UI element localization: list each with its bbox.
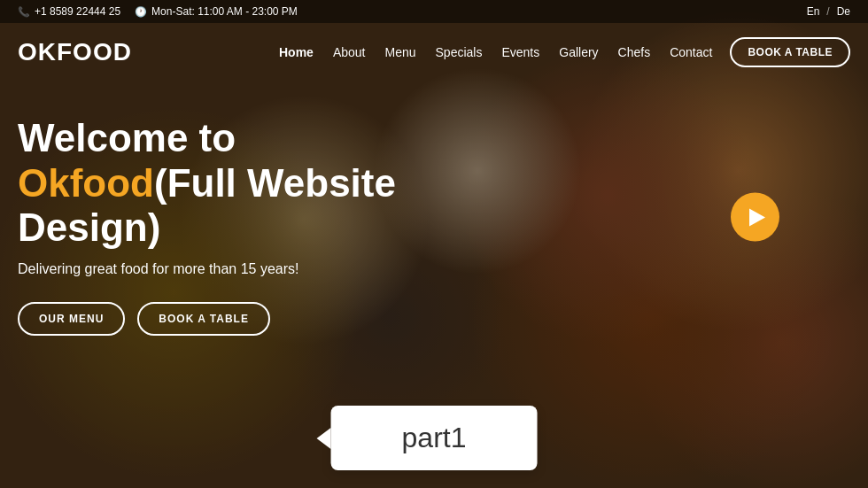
nav-link-menu[interactable]: Menu [384,45,415,59]
nav-item-events[interactable]: Events [501,44,539,60]
nav-link-contact[interactable]: Contact [670,45,712,59]
hero-title-prefix: Welcome to [18,116,236,159]
business-hours: Mon-Sat: 11:00 AM - 23:00 PM [151,5,298,18]
nav-item-gallery[interactable]: Gallery [559,44,598,60]
play-video-button[interactable] [731,193,779,242]
nav-item-chefs[interactable]: Chefs [618,44,651,60]
nav-link-about[interactable]: About [333,45,366,59]
navbar: OKFOOD Home About Menu Specials Events G… [0,23,868,81]
lang-current[interactable]: En [807,5,820,18]
hero-content: Welcome to Okfood(Full Website Design) D… [0,81,461,336]
lang-other[interactable]: De [837,5,850,18]
nav-links: Home About Menu Specials Events Gallery … [279,44,712,60]
nav-link-events[interactable]: Events [501,45,539,59]
navbar-book-button[interactable]: BOOK A TABLE [730,37,850,67]
nav-item-about[interactable]: About [333,44,366,60]
part-label: part1 [331,406,538,470]
top-bar: 📞 +1 8589 22444 25 🕐 Mon-Sat: 11:00 AM -… [0,0,868,23]
nav-link-gallery[interactable]: Gallery [559,45,598,59]
nav-link-chefs[interactable]: Chefs [618,45,651,59]
nav-link-home[interactable]: Home [279,45,314,59]
phone-icon: 📞 [18,6,30,18]
hero-buttons: OUR MENU BOOK A TABLE [18,302,443,336]
nav-item-home[interactable]: Home [279,44,314,60]
hero-brand-name: Okfood [18,161,154,205]
site-logo[interactable]: OKFOOD [18,38,132,66]
lang-divider: / [826,5,829,18]
phone-info: 📞 +1 8589 22444 25 [18,5,120,18]
hours-info: 🕐 Mon-Sat: 11:00 AM - 23:00 PM [135,5,298,18]
nav-item-menu[interactable]: Menu [384,44,415,60]
our-menu-button[interactable]: OUR MENU [18,302,125,336]
part-label-text: part1 [402,422,467,453]
nav-link-specials[interactable]: Specials [436,45,483,59]
hero-title: Welcome to Okfood(Full Website Design) [18,116,443,251]
nav-item-specials[interactable]: Specials [436,44,483,60]
nav-item-contact[interactable]: Contact [670,44,712,60]
top-bar-left: 📞 +1 8589 22444 25 🕐 Mon-Sat: 11:00 AM -… [18,5,298,18]
play-icon [749,208,765,226]
book-table-button[interactable]: BOOK A TABLE [137,302,270,336]
phone-number: +1 8589 22444 25 [35,5,120,18]
language-selector[interactable]: En / De [807,5,850,18]
clock-icon: 🕐 [135,6,147,18]
hero-subtitle: Delivering great food for more than 15 y… [18,261,443,277]
